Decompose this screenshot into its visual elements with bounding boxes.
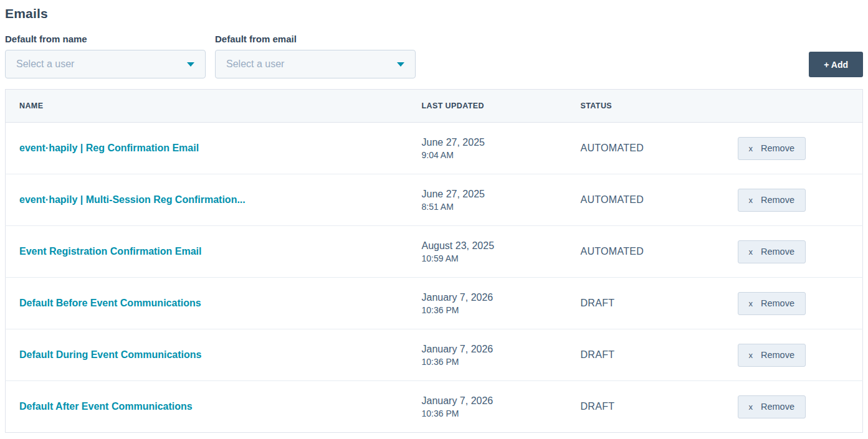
default-from-email-select[interactable]: Select a user xyxy=(215,50,416,78)
remove-button[interactable]: x Remove xyxy=(738,189,806,212)
remove-button[interactable]: x Remove xyxy=(738,240,806,263)
remove-button-label: Remove xyxy=(761,143,794,153)
status-badge: AUTOMATED xyxy=(581,246,644,257)
default-from-name-label: Default from name xyxy=(5,34,206,44)
email-name-link[interactable]: Default Before Event Communications xyxy=(19,298,201,308)
table-row: Default During Event Communications Janu… xyxy=(6,329,863,381)
last-updated-date: January 7, 2026 xyxy=(422,395,581,407)
x-icon: x xyxy=(749,248,753,256)
remove-button-label: Remove xyxy=(761,195,794,205)
table-row: event·hapily | Reg Confirmation Email Ju… xyxy=(6,123,863,174)
remove-button-label: Remove xyxy=(761,247,794,257)
default-from-name-placeholder: Select a user xyxy=(16,59,74,70)
last-updated-time: 10:36 PM xyxy=(422,357,581,367)
column-header-name: NAME xyxy=(6,90,422,123)
last-updated-date: June 27, 2025 xyxy=(422,137,581,148)
table-row: Default Before Event Communications Janu… xyxy=(6,278,863,329)
default-from-name-select[interactable]: Select a user xyxy=(5,50,206,78)
email-name-link[interactable]: Default During Event Communications xyxy=(19,349,201,360)
default-from-name-field: Default from name Select a user xyxy=(5,34,206,78)
status-badge: AUTOMATED xyxy=(581,194,644,205)
chevron-down-icon xyxy=(187,62,194,67)
last-updated-date: August 23, 2025 xyxy=(422,240,581,252)
page-title: Emails xyxy=(5,6,863,21)
last-updated-time: 9:04 AM xyxy=(422,150,581,160)
x-icon: x xyxy=(749,300,753,308)
email-name-link[interactable]: event·hapily | Reg Confirmation Email xyxy=(19,143,199,153)
status-badge: AUTOMATED xyxy=(581,143,644,153)
column-header-status: STATUS xyxy=(581,90,738,123)
last-updated-date: January 7, 2026 xyxy=(422,292,581,303)
status-badge: DRAFT xyxy=(581,401,615,412)
remove-button[interactable]: x Remove xyxy=(738,344,806,367)
last-updated-date: June 27, 2025 xyxy=(422,189,581,200)
emails-table-header: NAME LAST UPDATED STATUS xyxy=(6,90,863,123)
column-header-action xyxy=(738,90,863,123)
x-icon: x xyxy=(749,351,753,359)
emails-table-body: event·hapily | Reg Confirmation Email Ju… xyxy=(6,123,863,433)
status-badge: DRAFT xyxy=(581,349,615,360)
x-icon: x xyxy=(749,144,753,153)
remove-button[interactable]: x Remove xyxy=(738,395,806,418)
remove-button-label: Remove xyxy=(761,298,794,308)
last-updated-time: 10:36 PM xyxy=(422,408,581,418)
default-from-email-label: Default from email xyxy=(215,34,416,44)
remove-button[interactable]: x Remove xyxy=(738,137,806,160)
table-row: Default After Event Communications Janua… xyxy=(6,381,863,433)
remove-button-label: Remove xyxy=(761,350,794,360)
email-name-link[interactable]: event·hapily | Multi-Session Reg Confirm… xyxy=(19,194,246,205)
last-updated-time: 8:51 AM xyxy=(422,202,581,212)
remove-button-label: Remove xyxy=(761,402,794,412)
default-from-email-field: Default from email Select a user xyxy=(215,34,416,78)
defaults-toolbar: Default from name Select a user Default … xyxy=(5,34,863,78)
email-name-link[interactable]: Default After Event Communications xyxy=(19,401,193,412)
add-button[interactable]: + Add xyxy=(809,52,863,77)
table-row: Event Registration Confirmation Email Au… xyxy=(6,226,863,278)
default-from-email-placeholder: Select a user xyxy=(226,59,284,70)
column-header-updated: LAST UPDATED xyxy=(422,90,581,123)
table-row: event·hapily | Multi-Session Reg Confirm… xyxy=(6,174,863,226)
last-updated-time: 10:36 PM xyxy=(422,305,581,315)
chevron-down-icon xyxy=(397,62,404,67)
last-updated-date: January 7, 2026 xyxy=(422,344,581,355)
x-icon: x xyxy=(749,403,753,411)
status-badge: DRAFT xyxy=(581,298,615,308)
email-name-link[interactable]: Event Registration Confirmation Email xyxy=(19,246,201,257)
emails-settings-page: Emails Default from name Select a user D… xyxy=(0,0,868,433)
x-icon: x xyxy=(749,196,753,204)
last-updated-time: 10:59 AM xyxy=(422,253,581,263)
emails-table: NAME LAST UPDATED STATUS event·hapily | … xyxy=(5,89,863,433)
remove-button[interactable]: x Remove xyxy=(738,292,806,315)
